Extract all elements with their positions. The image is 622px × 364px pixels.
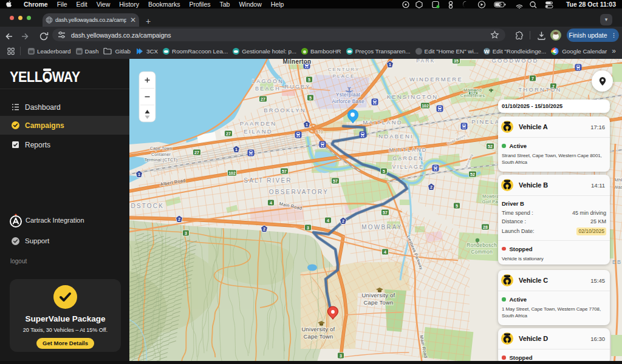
svg-text:570: 570 (316, 130, 323, 134)
svg-text:2: 2 (178, 217, 180, 221)
svg-text:GOODWOOD: GOODWOOD (491, 59, 538, 64)
svg-text:4: 4 (270, 201, 272, 205)
svg-text:27: 27 (261, 97, 265, 101)
svg-text:3: 3 (307, 226, 309, 230)
svg-text:NDABENI: NDABENI (378, 133, 414, 140)
svg-text:5: 5 (309, 96, 312, 100)
svg-text:5: 5 (308, 78, 310, 82)
svg-text:1: 1 (389, 62, 391, 67)
svg-text:Milnerton: Milnerton (283, 59, 312, 65)
svg-text:3: 3 (185, 231, 187, 235)
svg-text:5: 5 (456, 204, 458, 208)
svg-text:University of: University of (302, 326, 335, 332)
svg-text:Cape Town: Cape Town (303, 333, 333, 340)
svg-text:University of: University of (362, 292, 395, 298)
svg-text:Ysterplaat: Ysterplaat (336, 92, 361, 98)
svg-text:28: 28 (483, 225, 488, 229)
svg-text:27: 27 (226, 132, 231, 136)
svg-text:PARK: PARK (416, 59, 435, 64)
svg-text:BEACH: BEACH (255, 86, 281, 92)
svg-text:Terminal (CTCT): Terminal (CTCT) (145, 158, 178, 163)
svg-text:Common: Common (471, 249, 493, 255)
svg-text:SALT RIVER: SALT RIVER (244, 177, 292, 184)
svg-text:Cape Town: Cape Town (150, 146, 173, 151)
svg-text:Rondebosch: Rondebosch (466, 242, 497, 248)
svg-text:THORNTON: THORNTON (518, 86, 561, 93)
svg-text:Airforce Base: Airforce Base (332, 98, 364, 104)
svg-text:KENSINGTON: KENSINGTON (387, 93, 439, 100)
svg-text:BROOKLYN: BROOKLYN (264, 107, 306, 113)
svg-text:RUGBY: RUGBY (284, 84, 310, 90)
svg-text:CENTURY: CENTURY (328, 67, 360, 72)
svg-text:Container: Container (151, 152, 171, 157)
svg-text:Cemeteries: Cemeteries (460, 93, 485, 98)
svg-text:7: 7 (531, 76, 534, 81)
svg-text:27: 27 (194, 150, 199, 155)
svg-text:102: 102 (422, 104, 429, 108)
svg-text:OBSERVATORY: OBSERVATORY (269, 189, 329, 195)
svg-text:MAITLAND: MAITLAND (363, 119, 403, 126)
svg-text:4: 4 (327, 218, 329, 223)
svg-text:PAARDEN: PAARDEN (240, 120, 277, 127)
svg-text:2: 2 (430, 185, 432, 189)
svg-text:LAGOON: LAGOON (252, 78, 284, 84)
svg-text:57: 57 (282, 169, 287, 174)
svg-text:MAITLAND: MAITLAND (389, 147, 427, 153)
svg-text:EILAND: EILAND (244, 128, 273, 135)
svg-text:3: 3 (340, 354, 342, 358)
svg-text:WOODSTOCK: WOODSTOCK (129, 203, 164, 209)
svg-text:1: 1 (306, 123, 308, 127)
svg-text:WINDERMERE: WINDERMERE (409, 76, 463, 83)
svg-text:35: 35 (454, 59, 459, 63)
svg-text:1: 1 (235, 147, 238, 152)
svg-text:2: 2 (263, 227, 265, 231)
svg-text:Cape Town: Cape Town (363, 299, 393, 306)
svg-text:1: 1 (138, 172, 140, 177)
svg-text:57: 57 (333, 179, 338, 183)
svg-text:Maitland: Maitland (463, 87, 482, 93)
svg-text:GARDEN: GARDEN (392, 155, 424, 161)
svg-text:PLACE: PLACE (332, 73, 355, 79)
svg-text:52: 52 (488, 144, 493, 149)
svg-text:57: 57 (383, 211, 388, 215)
svg-text:52: 52 (470, 172, 475, 177)
svg-text:VILLAGE: VILLAGE (392, 164, 425, 170)
svg-text:102: 102 (228, 171, 236, 175)
svg-text:5: 5 (383, 169, 385, 174)
svg-text:4: 4 (384, 250, 386, 254)
svg-text:MOWBRAY: MOWBRAY (361, 224, 402, 231)
svg-text:2: 2 (342, 219, 344, 223)
svg-text:EBO: EBO (612, 259, 622, 265)
